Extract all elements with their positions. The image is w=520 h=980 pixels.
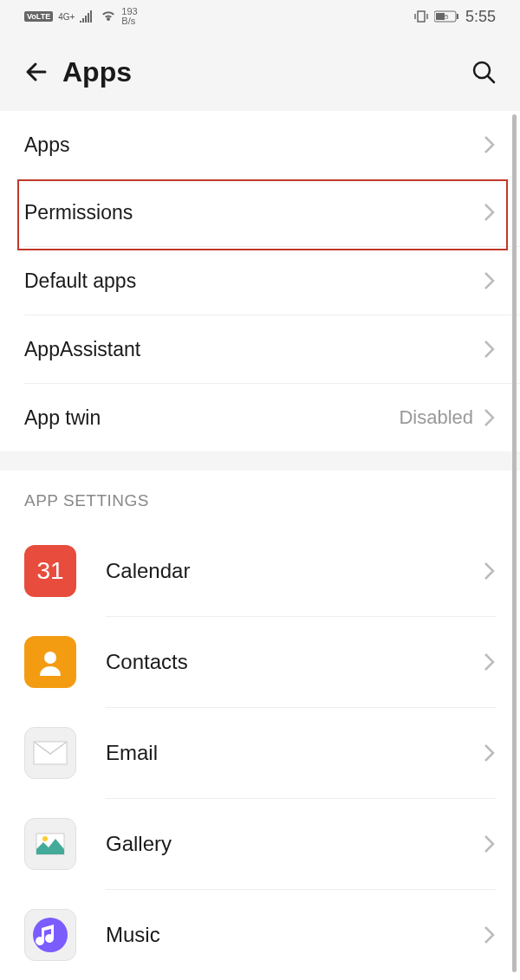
list-item-label: Default apps [24, 269, 484, 293]
status-right: 45 5:55 [413, 8, 496, 26]
list-item-apps[interactable]: Apps [0, 111, 520, 178]
list-item-label: App twin [24, 406, 399, 430]
app-item-gallery[interactable]: Gallery [0, 799, 520, 889]
app-label: Music [106, 923, 484, 947]
back-arrow-icon [23, 58, 50, 86]
list-item-value: Disabled [399, 406, 473, 429]
svg-rect-0 [418, 11, 425, 22]
status-bar: VoLTE 4G+ 193 B/s 45 5:55 [0, 0, 520, 33]
music-icon [24, 909, 76, 961]
list-item-app-twin[interactable]: App twin Disabled [0, 384, 520, 451]
list-item-label: AppAssistant [24, 338, 484, 361]
chevron-right-icon [484, 203, 496, 222]
chevron-right-icon [484, 135, 496, 154]
app-item-contacts[interactable]: Contacts [0, 617, 520, 707]
back-button[interactable] [17, 53, 55, 91]
chevron-right-icon [484, 834, 496, 853]
data-rate: 193 B/s [121, 7, 137, 26]
search-button[interactable] [465, 53, 503, 91]
page-title: Apps [62, 56, 132, 88]
chevron-right-icon [484, 408, 496, 427]
chevron-right-icon [484, 340, 496, 359]
list-item-default-apps[interactable]: Default apps [0, 247, 520, 315]
svg-point-9 [42, 836, 48, 841]
list-item-appassistant[interactable]: AppAssistant [0, 315, 520, 383]
chevron-right-icon [484, 561, 496, 581]
app-settings-section: APP SETTINGS 31 Calendar Contacts Email … [0, 471, 520, 980]
app-label: Gallery [106, 832, 484, 856]
chevron-right-icon [484, 743, 496, 763]
chevron-right-icon [484, 925, 496, 944]
section-gap [0, 451, 520, 471]
calendar-icon: 31 [24, 545, 76, 597]
status-left: VoLTE 4G+ 193 B/s [24, 7, 138, 26]
contacts-icon [24, 636, 76, 688]
gallery-icon [24, 818, 76, 870]
app-header: Apps [0, 33, 520, 111]
app-item-calendar[interactable]: 31 Calendar [0, 526, 520, 616]
app-label: Calendar [106, 559, 484, 583]
app-label: Email [106, 741, 484, 765]
app-item-music[interactable]: Music [0, 890, 520, 980]
scrollbar[interactable] [512, 114, 517, 972]
network-icon: 4G+ [58, 12, 75, 22]
battery-icon: 45 [434, 10, 460, 23]
svg-rect-3 [457, 14, 458, 19]
wifi-icon [101, 10, 116, 23]
signal-icon [80, 10, 95, 23]
search-icon [470, 58, 497, 86]
app-label: Contacts [106, 650, 484, 674]
vibrate-icon [413, 10, 429, 23]
email-icon [24, 727, 76, 779]
chevron-right-icon [484, 271, 496, 290]
svg-text:45: 45 [441, 13, 449, 21]
list-item-permissions[interactable]: Permissions [0, 178, 520, 246]
clock: 5:55 [465, 8, 496, 26]
list-item-label: Permissions [24, 201, 484, 224]
list-item-label: Apps [24, 133, 484, 157]
app-item-email[interactable]: Email [0, 708, 520, 798]
volte-badge: VoLTE [24, 11, 53, 22]
main-list: Apps Permissions Default apps AppAssista… [0, 111, 520, 451]
svg-point-6 [44, 652, 56, 664]
chevron-right-icon [484, 652, 496, 672]
section-header: APP SETTINGS [0, 471, 520, 526]
